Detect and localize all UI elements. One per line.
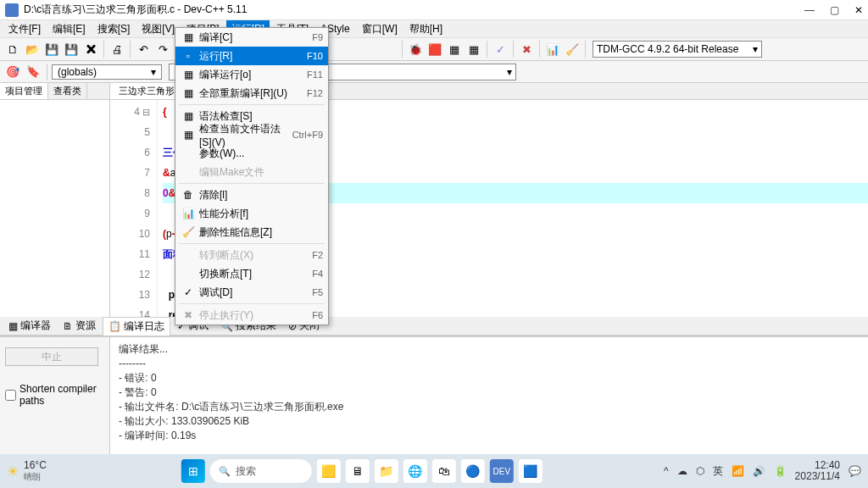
grid2-icon[interactable]: ▦ bbox=[465, 40, 483, 58]
store-icon[interactable]: 🛍 bbox=[432, 459, 456, 483]
redo-icon[interactable]: ↷ bbox=[153, 40, 172, 58]
menu-item[interactable]: ▦编译[C]F9 bbox=[175, 28, 328, 47]
close-button[interactable]: ✕ bbox=[854, 4, 863, 16]
edge-icon[interactable]: 🌐 bbox=[403, 459, 427, 483]
windows-taskbar: ☀ 16°C晴朗 ⊞ 🔍 搜索 🟨 🖥 📁 🌐 🛍 🔵 DEV 🟦 ^ ☁ ⬡ … bbox=[0, 454, 868, 488]
output-tab[interactable]: 📋编译日志 bbox=[103, 317, 170, 336]
task-icon[interactable]: 🟨 bbox=[317, 459, 341, 483]
abort-button[interactable]: 中止 bbox=[5, 347, 98, 366]
print-icon[interactable]: 🖨 bbox=[108, 40, 126, 58]
menu-9[interactable]: 帮助[H] bbox=[404, 20, 448, 38]
goto-icon[interactable]: 🎯 bbox=[3, 63, 22, 81]
output-tabs: ▦编译器🗎资源📋编译日志✓调试🔍搜索结果⊘关闭 bbox=[0, 317, 868, 336]
menu-item[interactable]: 🧹删除性能信息[Z] bbox=[175, 223, 328, 241]
menu-item[interactable]: 参数(W)... bbox=[175, 144, 328, 163]
project-tab[interactable]: 项目管理 bbox=[0, 83, 48, 99]
output-tab[interactable]: ▦编译器 bbox=[3, 317, 56, 335]
menu-2[interactable]: 搜索[S] bbox=[92, 20, 136, 38]
maximize-button[interactable]: ▢ bbox=[830, 4, 839, 16]
cancel-icon[interactable]: ✖ bbox=[517, 40, 536, 58]
output-tab[interactable]: 🗎资源 bbox=[58, 317, 101, 335]
clean-icon[interactable]: 🧹 bbox=[563, 40, 581, 58]
app-icon[interactable]: 🟦 bbox=[519, 459, 542, 483]
menu-item[interactable]: 🗑清除[l] bbox=[175, 186, 328, 204]
volume-icon[interactable]: 🔊 bbox=[753, 465, 765, 477]
tray-up-icon[interactable]: ^ bbox=[664, 465, 669, 477]
window-titlebar: D:\c语言练习\三边求三角形面积.c - Dev-C++ 5.11 — ▢ ✕ bbox=[0, 0, 868, 20]
project-tabs: 项目管理查看类 bbox=[0, 83, 109, 100]
line-gutter: 4⊟56789101112131415 bbox=[110, 100, 158, 317]
bookmark-icon[interactable]: 🔖 bbox=[24, 63, 42, 81]
ime-icon[interactable]: 英 bbox=[713, 464, 723, 479]
stop-icon[interactable]: 🟥 bbox=[426, 40, 444, 58]
devcpp-taskbar-icon[interactable]: DEV bbox=[490, 459, 514, 483]
menu-item[interactable]: ▫运行[R]F10 bbox=[175, 47, 328, 65]
shorten-paths-checkbox[interactable]: Shorten compiler paths bbox=[5, 383, 104, 407]
window-title: D:\c语言练习\三边求三角形面积.c - Dev-C++ 5.11 bbox=[24, 3, 804, 17]
battery-icon[interactable]: 🔋 bbox=[774, 465, 787, 477]
menu-item[interactable]: 📊性能分析[f] bbox=[175, 204, 328, 223]
app-icon[interactable]: 🔵 bbox=[461, 459, 485, 483]
secondary-toolbar: 🎯 🔖 (globals)▾ ▾ bbox=[0, 61, 868, 83]
notifications-icon[interactable]: 💬 bbox=[849, 465, 861, 477]
task-icon[interactable]: 🖥 bbox=[346, 459, 370, 483]
open-icon[interactable]: 📂 bbox=[23, 40, 42, 58]
run-menu-dropdown: ▦编译[C]F9▫运行[R]F10▦编译运行[o]F11▦全部重新编译[R](U… bbox=[175, 27, 329, 325]
onedrive-icon[interactable]: ☁ bbox=[677, 465, 687, 477]
debug-icon[interactable]: 🐞 bbox=[406, 40, 425, 58]
menubar: 文件[F]编辑[E]搜索[S]视图[V]项目[P]运行[R]工具[T]AStyl… bbox=[0, 20, 868, 37]
main-toolbar: 🗋 📂 💾 💾 🗙 🖨 ↶ ↷ ▦ ▫ ▦ ▦ 🐞 🟥 ▦ ▦ ✓ ✖ 📊 🧹 … bbox=[0, 37, 868, 61]
tray-icon[interactable]: ⬡ bbox=[696, 465, 704, 477]
app-icon bbox=[5, 3, 19, 17]
output-panel: 中止 Shorten compiler paths 编译结果...-------… bbox=[0, 336, 868, 463]
taskbar-search[interactable]: 🔍 搜索 bbox=[210, 459, 312, 483]
check-icon[interactable]: ✓ bbox=[491, 40, 509, 58]
profile-icon[interactable]: 📊 bbox=[543, 40, 562, 58]
explorer-icon[interactable]: 📁 bbox=[375, 459, 398, 483]
new-file-icon[interactable]: 🗋 bbox=[3, 40, 22, 58]
scope-select[interactable]: (globals)▾ bbox=[52, 64, 162, 80]
menu-item[interactable]: ✓调试[D]F5 bbox=[175, 283, 328, 302]
system-tray[interactable]: ^ ☁ ⬡ 英 📶 🔊 🔋 12:402023/11/4 💬 bbox=[664, 460, 861, 482]
project-panel: 项目管理查看类 bbox=[0, 83, 110, 317]
menu-item: 转到断点(X)F2 bbox=[175, 246, 328, 264]
minimize-button[interactable]: — bbox=[804, 4, 815, 16]
menu-item: ✖停止执行(Y)F6 bbox=[175, 306, 328, 324]
start-button[interactable]: ⊞ bbox=[181, 459, 205, 483]
undo-icon[interactable]: ↶ bbox=[134, 40, 153, 58]
project-tab[interactable]: 查看类 bbox=[48, 83, 87, 99]
save-all-icon[interactable]: 💾 bbox=[62, 40, 81, 58]
save-icon[interactable]: 💾 bbox=[42, 40, 61, 58]
menu-item[interactable]: ▦全部重新编译[R](U)F12 bbox=[175, 84, 328, 103]
menu-item[interactable]: ▦检查当前文件语法[S](V)Ctrl+F9 bbox=[175, 125, 328, 144]
menu-1[interactable]: 编辑[E] bbox=[47, 20, 91, 38]
weather-widget[interactable]: ☀ 16°C晴朗 bbox=[7, 459, 47, 483]
compiler-select[interactable]: TDM-GCC 4.9.2 64-bit Release▾ bbox=[593, 41, 762, 58]
menu-3[interactable]: 视图[V] bbox=[136, 20, 180, 38]
menu-item: 编辑Make文件 bbox=[175, 163, 328, 181]
wifi-icon[interactable]: 📶 bbox=[732, 465, 744, 477]
close-file-icon[interactable]: 🗙 bbox=[81, 40, 100, 58]
menu-8[interactable]: 窗口[W] bbox=[357, 20, 403, 38]
menu-0[interactable]: 文件[F] bbox=[3, 20, 46, 38]
taskbar-clock[interactable]: 12:402023/11/4 bbox=[795, 460, 840, 482]
grid-icon[interactable]: ▦ bbox=[445, 40, 464, 58]
menu-item[interactable]: ▦编译运行[o]F11 bbox=[175, 65, 328, 84]
compile-log: 编译结果...--------- 错误: 0- 警告: 0- 输出文件名: D:… bbox=[110, 337, 868, 463]
menu-item[interactable]: 切换断点[T]F4 bbox=[175, 264, 328, 283]
